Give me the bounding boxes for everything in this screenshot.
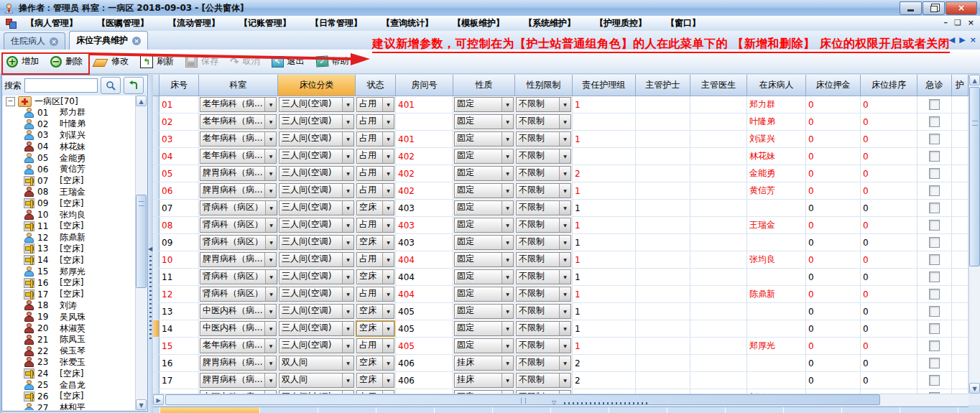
tree-item-bed-05[interactable]: 05金能勇 — [3, 152, 136, 164]
grid-cell-emergency[interactable] — [917, 286, 952, 302]
emergency-checkbox[interactable] — [929, 116, 940, 127]
grid-cell-emergency[interactable] — [917, 200, 952, 216]
grid-cell-dept[interactable]: 老年病科（病...▼ — [199, 113, 278, 130]
chevron-down-icon[interactable]: ▼ — [382, 287, 394, 301]
grid-cell-nature[interactable]: 固定▼ — [453, 165, 515, 182]
column-header-emergency[interactable]: 急诊 — [917, 75, 952, 96]
dropdown-gender_limit[interactable]: 不限制▼ — [516, 183, 571, 198]
dropdown-gender_limit[interactable]: 不限制▼ — [516, 338, 571, 353]
collapse-icon[interactable]: − — [6, 97, 15, 106]
grid-cell-status[interactable]: 占用▼ — [356, 148, 396, 164]
column-header-sort[interactable]: 床位排序 — [861, 75, 917, 96]
dropdown-status[interactable]: 空床▼ — [356, 373, 394, 388]
chevron-down-icon[interactable]: ▼ — [382, 98, 394, 111]
grid-cell-status[interactable]: 占用▼ — [356, 286, 396, 302]
chevron-down-icon[interactable]: ▼ — [501, 167, 513, 180]
tree-item-bed-11[interactable]: 11[空床] — [3, 221, 136, 232]
scroll-down-icon[interactable]: ▼ — [136, 399, 147, 410]
grid-cell-bed_class[interactable]: 三人间(空调)▼ — [278, 96, 356, 113]
chevron-down-icon[interactable]: ▼ — [501, 287, 513, 301]
grid-cell-dept[interactable]: 中医内科（病...▼ — [199, 320, 278, 337]
grid-cell-bed_class[interactable]: 三人间(空调)▼ — [278, 182, 356, 199]
chevron-down-icon[interactable]: ▼ — [382, 132, 394, 146]
column-header-nature[interactable]: 性质 — [453, 75, 515, 96]
tree-item-bed-16[interactable]: 16[空床] — [3, 277, 136, 289]
grid-cell-status[interactable]: 空床▼ — [356, 269, 396, 285]
dropdown-bed_class[interactable]: 三人间(空调)▼ — [279, 269, 354, 284]
emergency-checkbox[interactable] — [929, 340, 940, 351]
chevron-down-icon[interactable]: ▼ — [264, 253, 276, 266]
grid-cell-gender_limit[interactable]: 不限制▼ — [515, 269, 573, 285]
chevron-down-icon[interactable]: ▼ — [342, 236, 353, 249]
cancel-button[interactable]: ↷取消 — [225, 53, 265, 70]
grid-cell-gender_limit[interactable]: 不限制▼ — [515, 131, 573, 147]
dropdown-dept[interactable]: 老年病科（病...▼ — [200, 97, 277, 112]
chevron-down-icon[interactable]: ▼ — [265, 236, 277, 249]
dropdown-nature[interactable]: 固定▼ — [454, 149, 514, 164]
chevron-down-icon[interactable]: ▼ — [559, 149, 570, 163]
tree-item-bed-27[interactable]: 27林和平 — [3, 402, 136, 410]
dropdown-dept[interactable]: 脾胃病科（病...▼ — [200, 356, 277, 371]
grid-cell-gender_limit[interactable]: 不限制▼ — [515, 286, 573, 302]
add-button[interactable]: +增加 — [1, 53, 44, 70]
dropdown-dept[interactable]: 脾胃病科（病...▼ — [200, 373, 277, 388]
chevron-down-icon[interactable]: ▼ — [342, 115, 353, 129]
dropdown-bed_class[interactable]: 三人间(空调)▼ — [279, 252, 354, 267]
dropdown-status[interactable]: 占用▼ — [356, 149, 394, 164]
column-header-bed_class[interactable]: 床位分类 — [278, 75, 356, 96]
dropdown-gender_limit[interactable]: 不限制▼ — [516, 304, 571, 319]
dropdown-bed_class[interactable]: 三人间(空调)▼ — [279, 200, 354, 215]
grid-cell-gender_limit[interactable]: 不限制▼ — [515, 217, 573, 233]
grid-cell-status[interactable]: 占用▼ — [356, 217, 396, 233]
row-indicator[interactable] — [153, 286, 160, 302]
dropdown-dept[interactable]: 肾病科（病区）▼ — [200, 200, 277, 215]
chevron-down-icon[interactable]: ▼ — [342, 132, 353, 146]
help-button[interactable]: ✓帮助 — [311, 53, 354, 70]
row-indicator[interactable] — [153, 113, 160, 130]
grid-cell-status[interactable]: 占用▼ — [356, 131, 396, 147]
column-header-gender_limit[interactable]: 性别限制 — [515, 75, 573, 96]
chevron-down-icon[interactable]: ▼ — [559, 132, 570, 146]
tree-item-bed-02[interactable]: 02叶隆弟 — [3, 119, 136, 130]
dropdown-nature[interactable]: 固定▼ — [454, 252, 514, 267]
tree-item-bed-23[interactable]: 23张爱玉 — [3, 357, 136, 368]
row-indicator[interactable] — [153, 200, 160, 216]
grid-cell-dept[interactable]: 脾胃病科（病...▼ — [199, 182, 278, 199]
refresh-button[interactable]: ↰刷新 — [135, 53, 179, 70]
dropdown-bed_class[interactable]: 三人间(空调)▼ — [279, 304, 354, 319]
dropdown-nature[interactable]: 固定▼ — [454, 338, 514, 353]
grid-cell-nature[interactable]: 固定▼ — [453, 131, 515, 147]
grid-cell-status[interactable]: 占用▼ — [356, 96, 396, 113]
grid-cell-gender_limit[interactable]: 不限制▼ — [515, 234, 573, 251]
row-indicator[interactable] — [153, 355, 160, 371]
chevron-down-icon[interactable]: ▼ — [382, 167, 394, 180]
row-indicator[interactable] — [153, 234, 160, 251]
grid-cell-emergency[interactable] — [917, 165, 952, 182]
chevron-down-icon[interactable]: ▼ — [559, 218, 570, 232]
dropdown-status[interactable]: 空床▼ — [356, 200, 394, 215]
chevron-down-icon[interactable]: ▼ — [264, 339, 276, 353]
dropdown-nature[interactable]: 挂床▼ — [454, 373, 514, 388]
chevron-down-icon[interactable]: ▼ — [342, 356, 353, 370]
scroll-up-icon[interactable]: ▲ — [136, 96, 147, 106]
grid-cell-status[interactable]: 占用▼ — [356, 251, 396, 268]
tree-item-bed-17[interactable]: 17[空床] — [3, 289, 136, 300]
tree-item-bed-08[interactable]: 08王瑞金 — [3, 187, 136, 198]
grid-cell-status[interactable]: 空床▼ — [356, 303, 396, 320]
dropdown-bed_class[interactable]: 三人间(空调)▼ — [279, 149, 354, 164]
dropdown-status[interactable]: 占用▼ — [356, 183, 394, 198]
row-indicator[interactable] — [153, 303, 160, 320]
tree-item-bed-26[interactable]: 26[空床] — [3, 391, 136, 402]
chevron-down-icon[interactable]: ▼ — [501, 270, 513, 284]
modify-button[interactable]: 修改 — [89, 53, 134, 70]
emergency-checkbox[interactable] — [929, 99, 940, 110]
grid-cell-status[interactable]: 占用▼ — [356, 165, 396, 182]
chevron-down-icon[interactable]: ▼ — [559, 287, 570, 301]
grid-cell-bed_class[interactable]: 双人间▼ — [278, 372, 356, 389]
grid-cell-dept[interactable]: 肾病科（病区）▼ — [199, 217, 278, 233]
grid-cell-dept[interactable]: 肾病科（病区）▼ — [199, 200, 278, 216]
chevron-down-icon[interactable]: ▼ — [342, 305, 353, 318]
tab-scroll-right-icon[interactable]: ▶ — [959, 35, 965, 45]
chevron-down-icon[interactable]: ▼ — [382, 373, 394, 387]
grid-cell-status[interactable]: 空床▼ — [356, 234, 396, 251]
